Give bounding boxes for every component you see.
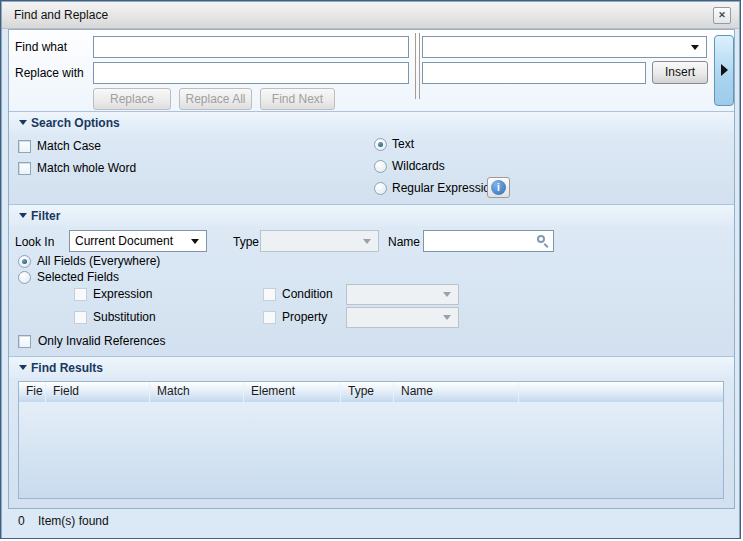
search-options-title: Search Options (31, 116, 120, 130)
type-dropdown[interactable] (260, 230, 379, 252)
main-panel: Find what Replace with Replace Replace A… (8, 29, 735, 509)
match-case-checkbox[interactable] (18, 140, 31, 153)
vertical-splitter[interactable] (415, 33, 420, 99)
all-fields-label: All Fields (Everywhere) (37, 254, 160, 268)
wildcards-radio[interactable] (374, 160, 387, 173)
filter-body: Look In Current Document Type Name All F… (9, 226, 734, 356)
replace-button[interactable]: Replace (93, 88, 171, 110)
search-options-body: Match Case Match whole Word Text Wildcar… (9, 133, 734, 204)
substitution-label: Substitution (93, 310, 156, 324)
all-fields-radio[interactable] (18, 255, 31, 268)
name-label: Name (388, 235, 420, 249)
title-bar: Find and Replace ✕ (2, 2, 739, 29)
text-radio-label: Text (392, 137, 414, 151)
selected-fields-radio[interactable] (18, 271, 31, 284)
find-results-header[interactable]: Find Results (9, 356, 734, 378)
look-in-label: Look In (15, 235, 54, 249)
match-whole-word-checkbox[interactable] (18, 162, 31, 175)
insert-button[interactable]: Insert (652, 61, 708, 84)
find-replace-area: Find what Replace with Replace Replace A… (9, 30, 734, 111)
expander-button[interactable] (714, 35, 734, 106)
find-results-title: Find Results (31, 361, 103, 375)
condition-label: Condition (282, 287, 333, 301)
column-header-type[interactable]: Type (341, 382, 394, 402)
chevron-down-icon (443, 315, 451, 320)
property-dropdown[interactable] (346, 307, 459, 328)
only-invalid-references-checkbox[interactable] (18, 335, 31, 348)
property-label: Property (282, 310, 327, 324)
expression-checkbox[interactable] (74, 288, 87, 301)
window-title: Find and Replace (14, 8, 108, 22)
insert-expression-input[interactable] (422, 62, 646, 84)
expression-label: Expression (93, 287, 152, 301)
find-and-replace-dialog: Find and Replace ✕ Find what Replace wit… (0, 0, 741, 539)
text-radio[interactable] (374, 138, 387, 151)
find-next-button[interactable]: Find Next (260, 88, 335, 110)
results-table: Fie Field Match Element Type Name (18, 381, 724, 499)
collapse-icon (19, 365, 27, 370)
column-header-element[interactable]: Element (244, 382, 341, 402)
result-count: 0 (18, 514, 25, 528)
results-table-header-row: Fie Field Match Element Type Name (19, 382, 723, 402)
chevron-right-icon (721, 64, 728, 76)
replace-all-button[interactable]: Replace All (179, 88, 252, 110)
collapse-icon (19, 120, 27, 125)
chevron-down-icon (363, 239, 371, 244)
column-header-match[interactable]: Match (150, 382, 244, 402)
expression-dropdown[interactable] (422, 36, 707, 58)
close-icon[interactable]: ✕ (713, 7, 731, 24)
type-label: Type (233, 235, 259, 249)
column-header-spacer (519, 382, 723, 402)
property-checkbox[interactable] (263, 311, 276, 324)
replace-with-input[interactable] (93, 62, 409, 84)
only-invalid-references-label: Only Invalid References (38, 334, 165, 348)
substitution-checkbox[interactable] (74, 311, 87, 324)
filter-title: Filter (31, 209, 60, 223)
find-what-label: Find what (15, 40, 67, 54)
search-icon[interactable] (537, 235, 546, 244)
regular-expression-radio[interactable] (374, 182, 387, 195)
replace-with-label: Replace with (15, 66, 84, 80)
search-options-header[interactable]: Search Options (9, 111, 734, 133)
regex-help-button[interactable]: i (487, 177, 510, 198)
name-search-input[interactable] (423, 230, 554, 252)
look-in-value: Current Document (75, 234, 173, 248)
selected-fields-label: Selected Fields (37, 270, 119, 284)
column-header-name[interactable]: Name (394, 382, 519, 402)
chevron-down-icon (191, 239, 199, 244)
info-icon: i (491, 180, 506, 195)
status-bar: 0 Item(s) found (2, 509, 739, 539)
match-whole-word-label: Match whole Word (37, 161, 136, 175)
regular-expression-radio-label: Regular Expression (392, 181, 497, 195)
condition-checkbox[interactable] (263, 288, 276, 301)
column-header-field[interactable]: Field (46, 382, 150, 402)
filter-header[interactable]: Filter (9, 204, 734, 226)
column-header-fie[interactable]: Fie (19, 382, 46, 402)
collapse-icon (19, 213, 27, 218)
chevron-down-icon (443, 292, 451, 297)
look-in-dropdown[interactable]: Current Document (69, 230, 207, 252)
find-what-input[interactable] (93, 36, 409, 58)
wildcards-radio-label: Wildcards (392, 159, 445, 173)
condition-dropdown[interactable] (346, 284, 459, 305)
match-case-label: Match Case (37, 139, 101, 153)
status-text: Item(s) found (38, 514, 109, 528)
chevron-down-icon (691, 45, 699, 50)
